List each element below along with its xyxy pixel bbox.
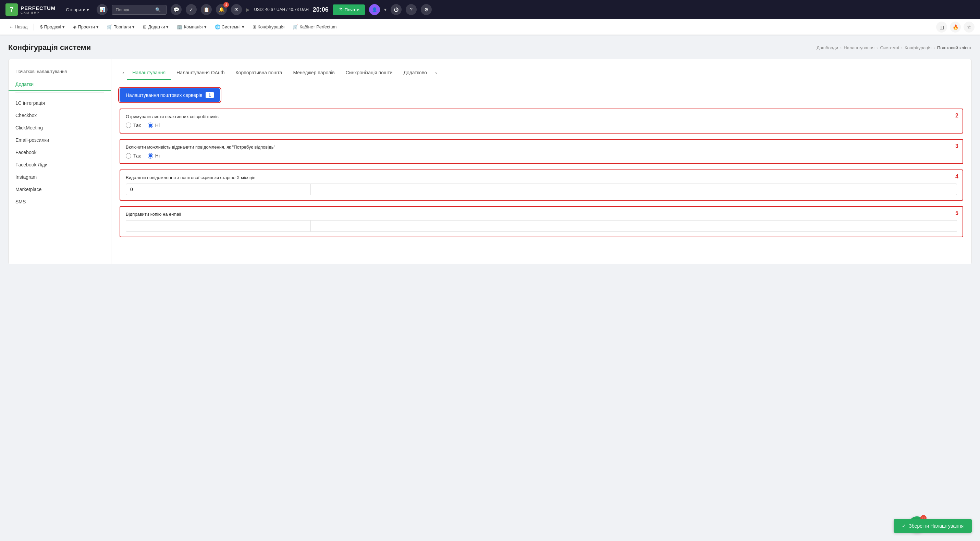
setting-5-extra-input[interactable] — [311, 220, 957, 232]
sidebar-divider — [16, 92, 104, 93]
sidebar-item-facebook[interactable]: Facebook — [9, 146, 111, 159]
sidebar-item-marketplace[interactable]: Marketplace — [9, 183, 111, 195]
avatar-arrow: ▾ — [384, 7, 387, 12]
setting-3-radio-group: Так Ні — [126, 153, 957, 159]
analytics-icon[interactable]: 📊 — [97, 4, 108, 15]
currency-display: USD: 40.67 UAH / 40.73 UAH — [254, 7, 309, 12]
mail-servers-count: 1 — [205, 92, 213, 98]
setting-2-no-text: Ні — [155, 122, 160, 128]
sidebar-item-checkbox[interactable]: Checkbox — [9, 109, 111, 122]
clipboard-icon[interactable]: 📋 — [201, 4, 212, 15]
setting-4-input-container — [126, 184, 311, 195]
chat-icon[interactable]: 💬 — [171, 4, 181, 15]
tab-oauth[interactable]: Налаштування OAuth — [171, 67, 230, 80]
avatar[interactable]: 👤 — [369, 4, 380, 15]
logo[interactable]: 7 PERFECTUM CRM·ERP — [5, 3, 56, 16]
tab-extra[interactable]: Додатково — [398, 67, 432, 80]
logo-icon: 7 — [5, 3, 18, 16]
tabs-bar: ‹ Налаштування Налаштування OAuth Корпор… — [119, 66, 963, 80]
sidebar-item-1c[interactable]: 1С інтеграція — [9, 97, 111, 109]
notification-badge: 4 — [223, 2, 229, 8]
nav-sales[interactable]: $ Продажі ▾ — [37, 22, 68, 32]
setting-5-label: Відправити копію на e-mail — [126, 212, 957, 217]
setting-2-yes-label[interactable]: Так — [126, 122, 141, 128]
tasks-icon[interactable]: ✓ — [186, 4, 197, 15]
breadcrumb: Дашборди › Налаштування › Системні › Кон… — [816, 45, 972, 50]
nav-right-icons: ◫ 🔥 ☆ — [936, 22, 975, 33]
sidebar-item-email[interactable]: Email-розсилки — [9, 134, 111, 146]
breadcrumb-dashboards[interactable]: Дашборди — [816, 45, 838, 50]
breadcrumb-system[interactable]: Системні — [880, 45, 899, 50]
sidebar-item-instagram[interactable]: Instagram — [9, 171, 111, 183]
setting-3-yes-radio[interactable] — [126, 153, 131, 159]
sidebar-item-clickmeeting[interactable]: ClickMeeting — [9, 122, 111, 134]
setting-2-no-radio[interactable] — [148, 122, 153, 128]
power-icon[interactable]: ⏻ — [391, 4, 402, 15]
flame-icon[interactable]: 🔥 — [950, 22, 961, 33]
breadcrumb-settings[interactable]: Налаштування — [844, 45, 875, 50]
tab-arrow-left[interactable]: ‹ — [119, 66, 127, 80]
help-icon[interactable]: ? — [406, 4, 417, 15]
setting-3-yes-label[interactable]: Так — [126, 153, 141, 159]
breadcrumb-config[interactable]: Конфігурація — [905, 45, 932, 50]
mail-servers-section: Налаштування поштових серверів 1 — [119, 88, 963, 102]
mail-icon[interactable]: ✉ — [231, 4, 242, 15]
setting-2-yes-text: Так — [133, 122, 141, 128]
setting-3-no-label[interactable]: Ні — [148, 153, 160, 159]
nav-projects[interactable]: ◈ Проєкти ▾ — [70, 22, 102, 32]
page-header: Конфігурація системи Дашборди › Налаштув… — [8, 43, 972, 52]
setting-2-number: 2 — [955, 113, 958, 119]
search-bar: 🔍 — [112, 5, 167, 15]
second-navigation: ← Назад $ Продажі ▾ ◈ Проєкти ▾ 🛒 Торгів… — [0, 19, 980, 35]
setting-5-input-row — [126, 220, 957, 232]
setting-3-number: 3 — [955, 143, 958, 149]
setting-3-no-radio[interactable] — [148, 153, 153, 159]
setting-2-no-label[interactable]: Ні — [148, 122, 160, 128]
layers-icon[interactable]: ◫ — [936, 22, 947, 33]
setting-block-3: Включити можливість відзначити повідомле… — [119, 139, 963, 164]
setting-5-input-container — [126, 220, 311, 232]
setting-3-no-text: Ні — [155, 153, 160, 159]
sidebar-item-addons[interactable]: Додатки — [9, 78, 111, 91]
setting-block-4: Видаляти повідомлення з поштової скриньк… — [119, 170, 963, 201]
create-button[interactable]: Створити ▾ — [62, 5, 92, 14]
setting-2-label: Отримувати листи неактивних співробітник… — [126, 114, 957, 119]
tab-password-manager[interactable]: Менеджер паролів — [288, 67, 340, 80]
sidebar-section-title: Початкові налаштування — [9, 66, 111, 78]
nav-cabinet[interactable]: 🛒 Кабінет Perfectum — [289, 22, 340, 32]
nav-system[interactable]: 🌐 Системні ▾ — [212, 22, 248, 32]
setting-4-input[interactable] — [126, 184, 311, 195]
top-navigation: 7 PERFECTUM CRM·ERP Створити ▾ 📊 🔍 💬 ✓ 📋… — [0, 0, 980, 19]
setting-5-number: 5 — [955, 210, 958, 216]
sidebar: Початкові налаштування Додатки 1С інтегр… — [9, 59, 111, 264]
sidebar-item-facebook-leads[interactable]: Facebook Ліди — [9, 159, 111, 171]
back-button[interactable]: ← Назад — [5, 22, 31, 32]
tab-corporate-mail[interactable]: Корпоративна пошта — [230, 67, 288, 80]
setting-2-yes-radio[interactable] — [126, 122, 131, 128]
logo-sub: CRM·ERP — [21, 11, 56, 14]
setting-block-5: Відправити копію на e-mail 5 — [119, 206, 963, 237]
start-button[interactable]: ⏱ Почати — [333, 5, 365, 15]
notifications-icon[interactable]: 🔔 4 — [216, 4, 227, 15]
tab-sync-mail[interactable]: Синхронізація пошти — [340, 67, 398, 80]
page-title: Конфігурація системи — [8, 43, 91, 52]
star-icon[interactable]: ☆ — [964, 22, 975, 33]
arrow-separator: ▶ — [246, 7, 250, 12]
tab-arrow-right[interactable]: › — [433, 66, 440, 80]
nav-company[interactable]: 🏢 Компанія ▾ — [173, 22, 210, 32]
breadcrumb-mail: Поштовий клієнт — [937, 45, 972, 50]
sidebar-item-sms[interactable]: SMS — [9, 195, 111, 208]
tab-settings[interactable]: Налаштування — [127, 67, 171, 80]
settings-extra-icon[interactable]: ⚙ — [421, 4, 432, 15]
nav-config[interactable]: ⊞ Конфігурація — [249, 22, 288, 32]
mail-servers-button[interactable]: Налаштування поштових серверів 1 — [119, 88, 220, 102]
nav-addons[interactable]: ⊞ Додатки ▾ — [140, 22, 172, 32]
setting-5-input[interactable] — [126, 220, 311, 232]
nav-trade[interactable]: 🛒 Торгівля ▾ — [103, 22, 138, 32]
setting-4-extra-input[interactable] — [311, 184, 957, 195]
main-layout: Початкові налаштування Додатки 1С інтегр… — [8, 59, 972, 264]
search-input[interactable] — [116, 7, 153, 12]
nav-divider-1 — [33, 24, 34, 30]
setting-3-label: Включити можливість відзначити повідомле… — [126, 144, 957, 150]
content-area: ‹ Налаштування Налаштування OAuth Корпор… — [111, 59, 971, 264]
